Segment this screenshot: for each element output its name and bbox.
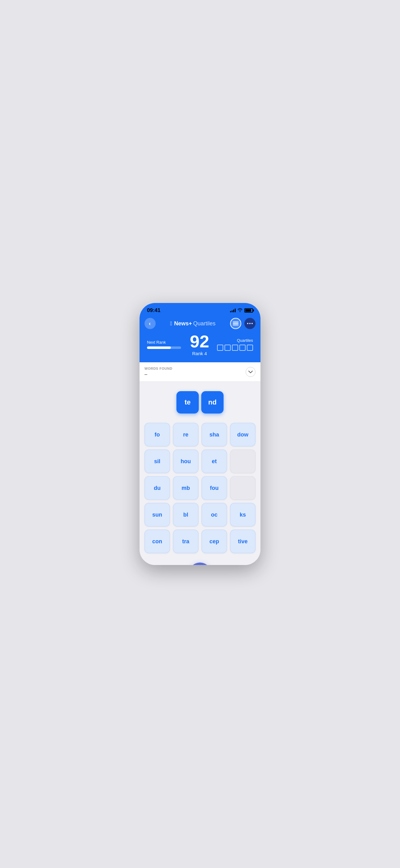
svg-rect-0 [233,321,238,322]
apple-logo-icon:  [170,320,172,327]
quartile-box-1 [217,345,223,351]
app-title:  News+ Quartiles [170,320,215,327]
tile-et[interactable]: et [202,450,227,473]
score-number: 92 [182,333,217,350]
header-top: ‹  News+ Quartiles [144,318,256,329]
tile-bl[interactable]: bl [173,503,198,527]
submit-button[interactable] [189,562,211,565]
quartile-boxes [217,345,253,351]
words-found-bar: WORDS FOUND – [139,362,261,382]
chevron-down-icon [248,371,253,373]
quartile-box-5 [247,345,253,351]
signal-icon [230,309,236,312]
battery-icon [244,308,253,313]
svg-rect-2 [233,325,238,326]
tile-sha[interactable]: sha [202,423,227,446]
words-found-collapse-button[interactable] [245,367,256,377]
quartiles-title-label: Quartiles [193,320,215,327]
selected-tile-nd[interactable]: nd [201,391,224,413]
svg-point-3 [247,323,248,324]
tile-sil[interactable]: sil [144,450,170,473]
status-icons [230,308,253,313]
quartile-box-3 [232,345,238,351]
tile-du[interactable]: du [144,476,170,500]
tile-sun[interactable]: sun [144,503,170,527]
tile-grid: fo re sha dow sil hou et du mb fou sun b… [144,423,256,553]
tile-oc[interactable]: oc [202,503,227,527]
score-center: 92 Rank 4 [182,333,217,356]
tile-fo[interactable]: fo [144,423,170,446]
quartiles-section: Quartiles [217,338,253,351]
quartile-box-4 [239,345,245,351]
tile-cep[interactable]: cep [202,530,227,553]
svg-point-5 [252,323,253,324]
selected-tile-te[interactable]: te [176,391,199,413]
tile-con[interactable]: con [144,530,170,553]
header: ‹  News+ Quartiles [139,315,261,362]
quartile-box-2 [225,345,231,351]
tile-dow[interactable]: dow [230,423,256,446]
menu-lines-icon [233,321,238,326]
menu-button[interactable] [230,318,241,329]
quartiles-section-label: Quartiles [217,338,253,343]
tile-tive[interactable]: tive [230,530,256,553]
more-options-button[interactable] [244,318,256,329]
bottom-controls [154,562,246,565]
tile-re[interactable]: re [173,423,198,446]
next-rank-section: Next Rank [147,340,182,349]
status-bar: 09:41 [139,303,261,315]
header-actions [230,318,256,329]
rank-label: Rank 4 [182,351,217,356]
tile-hou[interactable]: hou [173,450,198,473]
wifi-icon [237,308,242,313]
phone-frame: 09:41 ‹ [139,303,261,565]
selected-tiles: te nd [176,391,224,413]
tile-fou[interactable]: fou [202,476,227,500]
back-chevron-icon: ‹ [149,320,151,327]
words-found-label: WORDS FOUND [144,367,245,370]
status-time: 09:41 [147,307,160,314]
svg-point-4 [249,323,251,324]
progress-bar [147,346,181,349]
more-dots-icon [247,323,253,324]
back-button[interactable]: ‹ [144,318,156,329]
tile-ks[interactable]: ks [230,503,256,527]
tile-mb[interactable]: mb [173,476,198,500]
news-plus-label: News+ [174,320,192,327]
tile-empty-2 [230,476,256,500]
game-area: te nd fo re sha dow sil hou et du mb fou… [139,382,261,565]
tile-tra[interactable]: tra [173,530,198,553]
tile-empty-1 [230,450,256,473]
svg-rect-1 [233,323,238,324]
next-rank-label: Next Rank [147,340,182,345]
score-section: Next Rank 92 Rank 4 Quartiles [144,333,256,356]
words-found-value: – [144,372,245,377]
words-found-content: WORDS FOUND – [144,367,245,377]
battery-fill [245,309,251,312]
progress-fill [147,346,171,349]
